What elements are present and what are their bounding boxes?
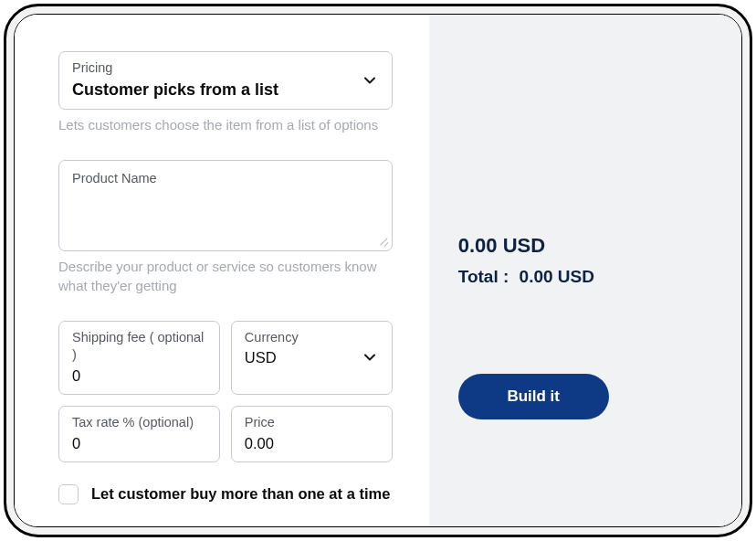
- tax-label: Tax rate % (optional): [72, 414, 206, 432]
- tax-value: 0: [72, 433, 206, 454]
- summary-total-label: Total :: [458, 267, 509, 286]
- device-frame: Pricing Customer picks from a list Lets …: [4, 4, 752, 537]
- pricing-hint: Lets customers choose the item from a li…: [58, 115, 393, 134]
- resize-handle-icon[interactable]: [377, 236, 388, 247]
- multiple-quantity-row: Let customer buy more than one at a time: [58, 484, 393, 504]
- pricing-select[interactable]: Pricing Customer picks from a list: [58, 51, 393, 110]
- currency-select[interactable]: Currency USD: [231, 321, 393, 395]
- chevron-down-icon: [361, 348, 379, 366]
- shipping-value: 0: [72, 366, 206, 387]
- build-button[interactable]: Build it: [458, 374, 609, 419]
- multiple-quantity-checkbox[interactable]: [58, 484, 79, 504]
- multiple-quantity-label: Let customer buy more than one at a time: [91, 485, 390, 503]
- summary-total-row: Total : 0.00 USD: [458, 267, 705, 287]
- summary-pane: 0.00 USD Total : 0.00 USD Build it: [429, 15, 741, 526]
- currency-label: Currency: [245, 329, 379, 347]
- product-name-placeholder: Product Name: [72, 170, 157, 188]
- price-label: Price: [245, 414, 379, 432]
- product-name-input[interactable]: Product Name: [58, 160, 393, 251]
- pricing-label: Pricing: [72, 59, 379, 78]
- chevron-down-icon: [361, 71, 379, 90]
- build-button-label: Build it: [507, 387, 560, 406]
- price-summary: 0.00 USD Total : 0.00 USD: [458, 234, 705, 287]
- pricing-value: Customer picks from a list: [72, 79, 379, 101]
- tax-rate-input[interactable]: Tax rate % (optional) 0: [58, 406, 220, 462]
- summary-total-value: 0.00 USD: [520, 267, 594, 286]
- shipping-fee-input[interactable]: Shipping fee ( optional ) 0: [58, 321, 220, 395]
- currency-value: USD: [245, 347, 379, 368]
- summary-amount: 0.00 USD: [458, 234, 705, 258]
- inner-frame: Pricing Customer picks from a list Lets …: [14, 14, 742, 527]
- product-hint: Describe your product or service so cust…: [58, 257, 393, 295]
- form-pane: Pricing Customer picks from a list Lets …: [15, 15, 429, 526]
- shipping-label: Shipping fee ( optional ): [72, 329, 206, 365]
- price-value: 0.00: [245, 433, 379, 454]
- price-input[interactable]: Price 0.00: [231, 406, 393, 462]
